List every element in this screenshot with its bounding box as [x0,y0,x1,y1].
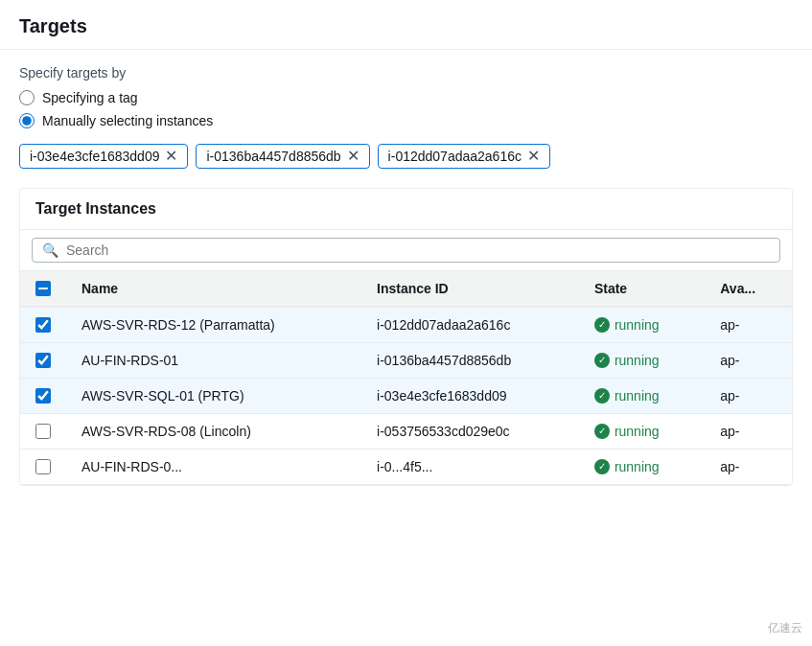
select-all-checkbox[interactable] [35,281,51,296]
table-container: Name Instance ID State Ava... [20,271,792,485]
tag-chip-2-close[interactable]: ✕ [347,149,360,164]
row-1-state: running [579,343,705,379]
row-2-avail: ap- [705,379,792,414]
row-2-name: AWS-SVR-SQL-01 (PRTG) [66,379,361,414]
row-4-checkbox[interactable] [35,459,51,474]
row-3-state: running [579,414,705,450]
row-4-avail: ap- [705,450,792,485]
table-row: AU-FIN-RDS-0...i-0...4f5...runningap- [20,450,792,485]
radio-specifying-tag-input[interactable] [19,90,35,105]
tag-chip-2-value: i-0136ba4457d8856db [206,149,340,164]
state-text: running [615,388,660,404]
row-2-instance-id: i-03e4e3cfe1683dd09 [361,379,579,414]
search-wrapper: 🔍 [32,238,780,263]
running-icon [594,353,610,368]
row-0-state: running [579,307,705,343]
row-3-name: AWS-SVR-RDS-08 (Lincoln) [66,414,361,450]
header-state: State [579,271,705,307]
header-name: Name [66,271,361,307]
state-text: running [615,353,660,368]
row-2-checkbox[interactable] [35,388,51,404]
radio-specifying-tag-label: Specifying a tag [42,90,138,105]
state-text: running [615,459,660,474]
target-instances-title: Target Instances [20,189,792,230]
row-4-instance-id: i-0...4f5... [361,450,579,485]
row-0-name: AWS-SVR-RDS-12 (Parramatta) [66,307,361,343]
row-1-name: AU-FIN-RDS-01 [66,343,361,379]
radio-manually-selecting-label: Manually selecting instances [42,113,213,128]
instances-table: Name Instance ID State Ava... [20,271,792,485]
header-select-all[interactable] [20,271,66,307]
tag-chip-1: i-03e4e3cfe1683dd09 ✕ [19,144,188,169]
row-0-avail: ap- [705,307,792,343]
row-3-instance-id: i-053756533cd029e0c [361,414,579,450]
table-row: AWS-SVR-SQL-01 (PRTG)i-03e4e3cfe1683dd09… [20,379,792,414]
tag-chip-1-close[interactable]: ✕ [165,149,177,164]
row-4-state: running [579,450,705,485]
row-2-state: running [579,379,705,414]
radio-manually-selecting[interactable]: Manually selecting instances [19,113,793,128]
running-icon [594,459,610,474]
row-3-avail: ap- [705,414,792,450]
row-0-instance-id: i-012dd07adaa2a616c [361,307,579,343]
row-1-checkbox[interactable] [35,353,51,368]
radio-group: Specifying a tag Manually selecting inst… [19,90,793,128]
tag-chip-3-close[interactable]: ✕ [527,149,540,164]
row-3-checkbox[interactable] [35,424,51,439]
state-text: running [615,317,660,333]
tag-chip-2: i-0136ba4457d8856db ✕ [196,144,369,169]
specify-targets-label: Specify targets by [19,65,793,81]
search-bar: 🔍 [20,230,792,271]
header-instance-id: Instance ID [361,271,579,307]
running-icon [594,424,610,439]
row-1-instance-id: i-0136ba4457d8856db [361,343,579,379]
running-icon [594,388,610,404]
running-icon [594,317,610,333]
search-input[interactable] [66,242,770,258]
table-header-row: Name Instance ID State Ava... [20,271,792,307]
row-1-avail: ap- [705,343,792,379]
row-4-checkbox-cell[interactable] [20,450,66,485]
table-row: AWS-SVR-RDS-08 (Lincoln)i-053756533cd029… [20,414,792,450]
tag-chip-3-value: i-012dd07adaa2a616c [388,149,522,164]
state-text: running [615,424,660,439]
watermark: 亿速云 [768,620,802,636]
tag-chip-3: i-012dd07adaa2a616c ✕ [378,144,550,169]
table-row: AWS-SVR-RDS-12 (Parramatta)i-012dd07adaa… [20,307,792,343]
page-title: Targets [19,15,793,37]
targets-body: Specify targets by Specifying a tag Manu… [0,50,812,501]
row-2-checkbox-cell[interactable] [20,379,66,414]
search-icon: 🔍 [42,242,58,258]
row-0-checkbox-cell[interactable] [20,307,66,343]
tag-chip-1-value: i-03e4e3cfe1683dd09 [30,149,159,164]
selected-tags-container: i-03e4e3cfe1683dd09 ✕ i-0136ba4457d8856d… [19,144,793,169]
radio-specifying-tag[interactable]: Specifying a tag [19,90,793,105]
targets-header: Targets [0,0,812,50]
target-instances-section: Target Instances 🔍 [19,188,793,486]
row-0-checkbox[interactable] [35,317,51,333]
table-row: AU-FIN-RDS-01i-0136ba4457d8856dbrunninga… [20,343,792,379]
row-3-checkbox-cell[interactable] [20,414,66,450]
page-container: Targets Specify targets by Specifying a … [0,0,812,646]
radio-manually-selecting-input[interactable] [19,113,35,128]
header-avail: Ava... [705,271,792,307]
row-1-checkbox-cell[interactable] [20,343,66,379]
row-4-name: AU-FIN-RDS-0... [66,450,361,485]
